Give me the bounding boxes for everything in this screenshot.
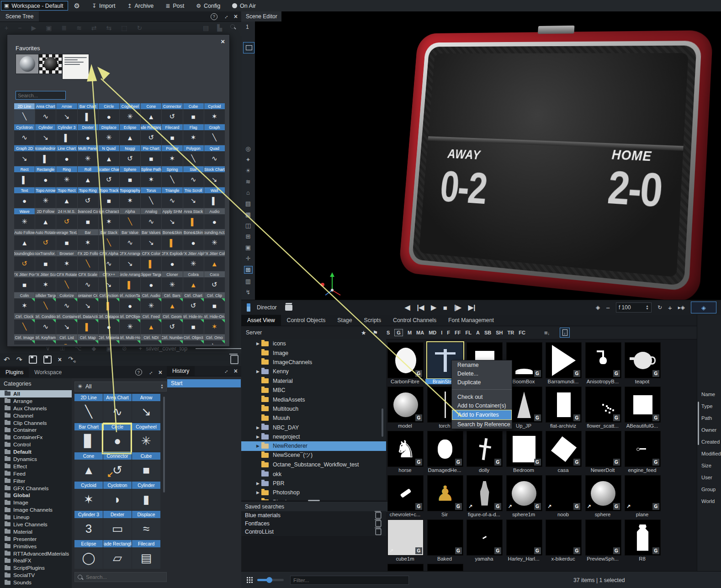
plugin-cell-ring[interactable]: Ring✳ xyxy=(56,166,77,187)
letter-filter-fl[interactable]: FL xyxy=(466,330,472,335)
plugin-cell-bar[interactable]: Bar✶ xyxy=(78,229,98,250)
tab-font-management[interactable]: Font Management xyxy=(442,315,500,326)
plugin-cell-bone-skin[interactable]: Bone&Skin▌ xyxy=(162,229,182,250)
plugin-cell-analog[interactable]: Analog∿ xyxy=(141,208,161,229)
topbar-item-post[interactable]: ≣Post xyxy=(165,3,184,9)
plugin-cell-ctrl-list[interactable]: Ctrl. List▌ xyxy=(56,334,77,344)
tab-history[interactable]: History xyxy=(167,366,195,376)
plugin-cell-cobra[interactable]: Cobra▲ xyxy=(183,271,204,292)
plugin-cell-apply-shm[interactable]: Apply SHM↘ xyxy=(162,208,182,229)
director-grip-icon[interactable] xyxy=(247,303,250,312)
topbar-item-import[interactable]: ↧Import xyxy=(92,3,116,9)
frame-field[interactable]: f 100 ▲▼ xyxy=(616,302,652,313)
favorites-search-input[interactable] xyxy=(16,91,66,100)
category-realfx[interactable]: RealFX xyxy=(0,557,72,564)
plugin-cell-ctrl-dataacti[interactable]: Ctrl. DataActi...▌ xyxy=(78,313,98,334)
plugin-cell-graph[interactable]: Graph╲ xyxy=(204,124,225,145)
category-presenter[interactable]: Presenter xyxy=(0,535,72,543)
plugin-tile-cycloid[interactable]: Cycloid✶ xyxy=(74,482,103,510)
scene-tree-tool-7[interactable]: ⇆ xyxy=(106,24,112,32)
help-icon[interactable]: ? xyxy=(135,369,142,376)
plugin-cell-noggi[interactable]: Noggi↺ xyxy=(120,145,140,166)
tree-scrollbar[interactable] xyxy=(382,408,383,437)
menu-item-delete[interactable]: Delete... xyxy=(452,369,512,378)
script-card-thumbnail[interactable] xyxy=(62,54,89,79)
details-label-size[interactable]: Size xyxy=(701,463,711,468)
plugin-cell-line-chart[interactable]: Line Chart● xyxy=(56,145,77,166)
plugin-cell-ctrl-container[interactable]: Ctrl. Container↘ xyxy=(56,313,77,334)
tree-item-multitouch[interactable]: ▶Multitouch xyxy=(241,404,386,413)
plugin-tile-2d-line[interactable]: 2D Line╲ xyxy=(74,394,103,423)
plugin-cell-cfx-arrange[interactable]: CFX Arrange↘ xyxy=(120,250,140,271)
viewport-tool-12[interactable]: ▥ xyxy=(244,278,252,285)
tree-item-nbc-day[interactable]: ▶NBC_DAY xyxy=(241,423,386,432)
scene-tree-tool-2[interactable]: ▶ xyxy=(31,24,36,32)
metal-sphere-thumbnail[interactable] xyxy=(16,54,39,74)
plugin-cell-ctrl-image[interactable]: Ctrl. Image∿ xyxy=(14,334,35,344)
asset-tile-bedroom[interactable]: G xyxy=(506,431,542,467)
category-global[interactable]: Global xyxy=(0,492,72,499)
plugin-cell-rectangle[interactable]: Rectangle● xyxy=(35,166,56,187)
menu-item-duplicate[interactable]: Duplicate xyxy=(452,378,512,387)
plugin-cell-audio[interactable]: Audio● xyxy=(204,208,225,229)
category-container[interactable]: Container xyxy=(0,426,72,434)
plugin-cell-connector[interactable]: Connector↺ xyxy=(162,103,182,124)
tab-plugins[interactable]: Plugins xyxy=(0,367,29,377)
asset-tile-harley-harl[interactable]: G xyxy=(506,519,542,556)
plugin-cell-cfx-scale[interactable]: CFX Scale∿ xyxy=(78,271,98,292)
plugin-search[interactable] xyxy=(74,572,167,582)
scene-tree-tool-4[interactable]: ≣ xyxy=(61,24,67,32)
category-control[interactable]: Control xyxy=(0,441,72,448)
plugin-tile-cylinder-3[interactable]: Cylinder 33 xyxy=(74,511,103,540)
close-scene-icon[interactable]: × xyxy=(58,356,62,363)
plugin-cell-ctrl-keyframe[interactable]: Ctrl. Keyframe↘ xyxy=(35,334,56,344)
thumbnail-size-slider[interactable] xyxy=(257,579,284,581)
plugin-cell-cyclotron[interactable]: Cyclotron∿ xyxy=(14,124,35,145)
asset-tile-anisotropyb[interactable]: G xyxy=(585,342,621,378)
tree-item-pbr[interactable]: ▶PBR xyxy=(241,479,386,488)
plugin-tile-cone[interactable]: Cone▲ xyxy=(74,452,103,481)
saved-search-controllist[interactable]: ControLList xyxy=(241,528,386,536)
plugin-cell-ctrl-dpobject[interactable]: Ctrl. DPObject✳ xyxy=(120,313,140,334)
plugin-cell-bar-chart[interactable]: Bar Chart▌ xyxy=(78,103,98,124)
category-filter[interactable]: Filter xyxy=(0,477,72,485)
asset-tile-newerdolt[interactable]: G xyxy=(585,431,621,467)
save-all-icon[interactable] xyxy=(43,355,52,364)
plugin-filter-dropdown[interactable]: ✳ All ▲▼ xyxy=(74,381,167,392)
info-document-button[interactable]: i xyxy=(560,328,570,338)
plugin-cell-ctrl-clip[interactable]: Ctrl. Clip■ xyxy=(204,292,225,313)
close-icon[interactable]: × xyxy=(234,367,238,375)
plugin-cell-ctrl-ndi[interactable]: Ctrl. NDI↺ xyxy=(141,334,161,344)
transport-jump-end-icon[interactable]: ▶| xyxy=(468,303,476,312)
plugin-cell-auto-rotate[interactable]: Auto Rotate↺ xyxy=(35,229,56,250)
category-gfx-channels[interactable]: GFX Channels xyxy=(0,485,72,492)
plugin-cell-rect[interactable]: Rect▌ xyxy=(14,166,35,187)
minus-icon[interactable]: − xyxy=(606,304,610,312)
expander-icon[interactable]: ▶ xyxy=(256,434,261,439)
plugin-cell-spline-path[interactable]: Spline Path✶ xyxy=(141,166,161,187)
plugin-cell-advanced-co[interactable]: Advanced Co...■ xyxy=(78,208,98,229)
plugin-cell-arrow[interactable]: Arrow↘ xyxy=(56,103,77,124)
tree-item-icons[interactable]: ▶icons xyxy=(241,339,386,348)
plugin-cell-topo-rect[interactable]: Topo Rect▲ xyxy=(56,187,77,208)
plugin-cell-area-chart[interactable]: Area Chart∿ xyxy=(35,103,56,124)
menu-item-rename[interactable]: Rename xyxy=(452,360,512,369)
transport-jump-start-icon[interactable]: ◀ xyxy=(405,303,410,312)
plugin-cell-cfx-alpha[interactable]: CFX Alpha∿ xyxy=(99,250,119,271)
plugin-tile-cylinder[interactable]: Cylinder▮ xyxy=(132,482,160,510)
menu-item-add-to-container-s[interactable]: Add to Container(s) xyxy=(452,401,512,410)
scene-tree-tool-8[interactable]: ⬚ xyxy=(121,24,127,32)
letter-filter-g[interactable]: G xyxy=(394,329,403,336)
viewport-tool-4[interactable]: ⌂ xyxy=(244,189,252,196)
plugin-cell-align-charact[interactable]: Align Charact...✶ xyxy=(99,208,119,229)
asset-tile-chevrolet-c[interactable]: G xyxy=(387,475,424,511)
plugin-cell-bar-value[interactable]: Bar Value∿ xyxy=(120,229,140,250)
plugin-cell-area-stack[interactable]: Area Stack▌ xyxy=(183,208,204,229)
category-effect[interactable]: Effect xyxy=(0,463,72,470)
tree-item-photoshop[interactable]: ▶Photoshop xyxy=(241,488,386,497)
asset-tile-sphere1m[interactable]: G↗ xyxy=(506,475,542,511)
tab-control-objects[interactable]: Control Objects xyxy=(281,315,332,326)
plugin-cell-ctrl-feed[interactable]: Ctrl. Feed▲ xyxy=(141,313,161,334)
viewport-tool-3[interactable]: ≋ xyxy=(244,178,252,185)
plugin-tile-dexter[interactable]: Dexter▭ xyxy=(103,511,132,540)
